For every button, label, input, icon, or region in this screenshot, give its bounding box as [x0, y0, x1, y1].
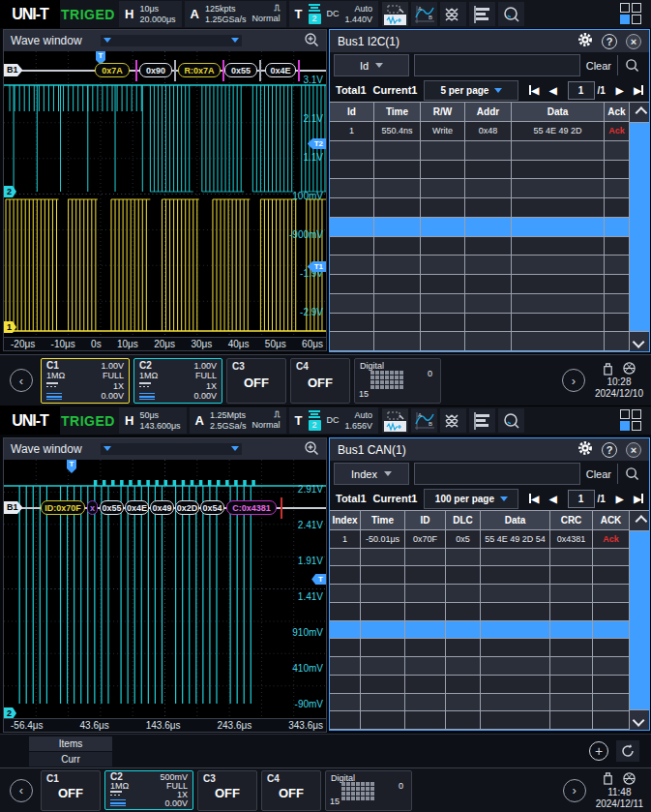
- table-cell[interactable]: [361, 657, 405, 676]
- table-cell[interactable]: [512, 179, 605, 198]
- dropdown-caret-icon[interactable]: [231, 446, 239, 451]
- table-cell[interactable]: [593, 711, 630, 730]
- table-cell[interactable]: [330, 275, 374, 294]
- table-cell[interactable]: [605, 161, 630, 180]
- items-tab[interactable]: Items: [29, 737, 112, 751]
- table-cell[interactable]: [512, 161, 605, 180]
- collapse-left-button[interactable]: ‹: [10, 369, 33, 392]
- table-cell[interactable]: [361, 711, 405, 730]
- digital-channels-box[interactable]: Digital 0 15: [354, 358, 441, 404]
- scrollbar-track[interactable]: [630, 123, 649, 331]
- next-page-button[interactable]: ▶: [616, 85, 624, 96]
- table-cell[interactable]: 55 4E 49 2D: [512, 122, 605, 141]
- table-cell[interactable]: [374, 294, 421, 314]
- table-cell[interactable]: [605, 314, 630, 333]
- table-cell[interactable]: [481, 639, 550, 657]
- page-number-box[interactable]: 1: [568, 81, 595, 100]
- table-cell[interactable]: [605, 275, 630, 294]
- table-cell[interactable]: 0x4381: [550, 530, 593, 549]
- table-cell[interactable]: [605, 294, 630, 314]
- filter-input[interactable]: [414, 463, 580, 485]
- filter-field-dropdown[interactable]: Id: [334, 54, 409, 76]
- table-cell[interactable]: [512, 294, 605, 314]
- scroll-up-button[interactable]: [630, 103, 649, 123]
- horizontal-settings-button[interactable]: H 10μs20.000μs: [119, 1, 182, 27]
- xy-mode-button[interactable]: [440, 2, 466, 26]
- expand-right-button[interactable]: ›: [563, 779, 586, 802]
- horizontal-settings-button[interactable]: H 50μs143.600μs: [119, 407, 187, 434]
- table-cell[interactable]: [593, 549, 630, 567]
- acquire-settings-button[interactable]: A 125kpts1.25GSa/s ⎍Normal: [185, 1, 286, 27]
- table-cell[interactable]: [374, 218, 421, 237]
- refresh-button[interactable]: [616, 740, 639, 762]
- table-cell[interactable]: [512, 218, 605, 237]
- scroll-down-button[interactable]: [630, 709, 649, 730]
- table-cell[interactable]: [421, 314, 465, 333]
- table-cell[interactable]: [405, 657, 446, 676]
- scroll-down-button[interactable]: [630, 331, 649, 351]
- last-page-button[interactable]: ▶: [634, 85, 643, 96]
- table-cell[interactable]: [361, 639, 405, 657]
- table-cell[interactable]: [374, 275, 421, 294]
- table-cell[interactable]: 1: [330, 122, 374, 141]
- table-cell[interactable]: [512, 141, 605, 161]
- table-cell[interactable]: [481, 676, 550, 694]
- table-cell[interactable]: [512, 332, 605, 351]
- table-cell[interactable]: [550, 639, 593, 657]
- table-cell[interactable]: [605, 198, 630, 218]
- table-cell[interactable]: [465, 161, 512, 180]
- table-cell[interactable]: [361, 621, 405, 640]
- table-cell[interactable]: [446, 657, 481, 676]
- per-page-dropdown[interactable]: 5 per page: [424, 80, 518, 101]
- table-cell[interactable]: [605, 179, 630, 198]
- filter-input[interactable]: [414, 54, 580, 76]
- table-cell[interactable]: [605, 141, 630, 161]
- table-cell[interactable]: [465, 179, 512, 198]
- table-cell[interactable]: [550, 566, 593, 585]
- table-cell[interactable]: [465, 198, 512, 218]
- table-cell[interactable]: [446, 694, 481, 712]
- table-cell[interactable]: [593, 585, 630, 603]
- table-cell[interactable]: [330, 676, 361, 694]
- table-cell[interactable]: [481, 621, 550, 640]
- table-cell[interactable]: [330, 294, 374, 314]
- table-cell[interactable]: [446, 566, 481, 585]
- table-cell[interactable]: [374, 198, 421, 218]
- table-cell[interactable]: Write: [421, 122, 465, 141]
- auto-measure-button[interactable]: AB: [411, 2, 437, 26]
- xy-mode-button[interactable]: [440, 408, 466, 433]
- search-button[interactable]: [498, 408, 524, 433]
- table-cell[interactable]: [605, 237, 630, 256]
- table-cell[interactable]: [361, 694, 405, 712]
- table-cell[interactable]: [330, 639, 361, 657]
- table-cell[interactable]: [446, 549, 481, 567]
- table-cell[interactable]: [481, 585, 550, 603]
- table-cell[interactable]: [481, 694, 550, 712]
- table-cell[interactable]: Ack: [593, 530, 630, 549]
- table-cell[interactable]: Ack: [605, 122, 630, 141]
- channel2-box[interactable]: C2500mV 1MΩFULL 1X 0.00V: [104, 770, 193, 810]
- table-cell[interactable]: 1: [330, 530, 361, 549]
- items-current-tab[interactable]: Curr: [29, 752, 112, 767]
- screen-layout-button[interactable]: [620, 3, 643, 26]
- table-cell[interactable]: [330, 566, 361, 585]
- table-cell[interactable]: [374, 141, 421, 161]
- table-cell[interactable]: [446, 676, 481, 694]
- table-cell[interactable]: [481, 657, 550, 676]
- table-cell[interactable]: [361, 585, 405, 603]
- filter-field-dropdown[interactable]: Index: [334, 463, 409, 485]
- list-view-button[interactable]: [469, 408, 495, 433]
- per-page-dropdown[interactable]: 100 per page: [424, 489, 518, 509]
- table-cell[interactable]: [374, 237, 421, 256]
- filter-search-button[interactable]: [617, 55, 645, 75]
- table-cell[interactable]: [446, 603, 481, 621]
- table-cell[interactable]: [361, 676, 405, 694]
- trigger-position-marker[interactable]: T: [66, 460, 77, 473]
- table-cell[interactable]: [361, 549, 405, 567]
- table-cell[interactable]: [550, 621, 593, 640]
- table-cell[interactable]: [405, 676, 446, 694]
- table-cell[interactable]: [446, 621, 481, 640]
- table-cell[interactable]: [512, 314, 605, 333]
- table-cell[interactable]: [421, 237, 465, 256]
- table-cell[interactable]: [330, 237, 374, 256]
